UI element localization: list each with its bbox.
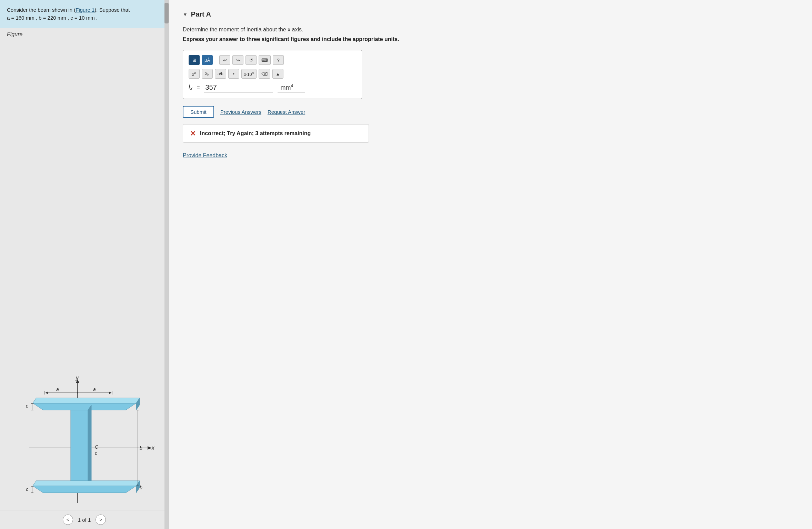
- help-icon: ?: [277, 58, 279, 63]
- submit-button[interactable]: Submit: [183, 106, 214, 118]
- undo-btn[interactable]: ↩: [219, 55, 230, 65]
- svg-text:a: a: [93, 387, 96, 392]
- math-input-row: Ix = mm4: [189, 83, 356, 92]
- mu-btn[interactable]: μÅ: [202, 55, 213, 65]
- error-box: ✕ Incorrect; Try Again; 3 attempts remai…: [183, 124, 369, 143]
- svg-text:x: x: [151, 445, 155, 451]
- sci-notation-icon: x·10n: [244, 71, 254, 77]
- prev-button[interactable]: <: [63, 515, 73, 525]
- right-panel: ▼ Part A Determine the moment of inertia…: [169, 0, 812, 529]
- next-button[interactable]: >: [96, 515, 106, 525]
- math-value-input[interactable]: [204, 83, 273, 92]
- more-icon: ▲: [276, 71, 280, 77]
- variables-text: a = 160 mm , b = 220 mm , c = 10 mm .: [7, 15, 98, 21]
- nav-bar: < 1 of 1 >: [0, 510, 169, 529]
- question-line2: Express your answer to three significant…: [183, 36, 798, 42]
- svg-text:c: c: [26, 487, 28, 492]
- keyboard-btn[interactable]: ⌨: [259, 55, 271, 65]
- svg-marker-10: [88, 405, 91, 486]
- math-equals: =: [197, 84, 200, 91]
- unit-exponent: 4: [291, 83, 293, 88]
- problem-statement: Consider the beam shown in (Figure 1). S…: [0, 0, 169, 28]
- provide-feedback-button[interactable]: Provide Feedback: [183, 152, 227, 159]
- svg-marker-9: [71, 410, 88, 486]
- svg-text:c: c: [95, 450, 97, 456]
- figure-label: Figure: [7, 31, 22, 38]
- help-btn[interactable]: ?: [273, 55, 284, 65]
- superscript-btn[interactable]: xa: [189, 69, 200, 79]
- subscript-icon: xb: [205, 71, 210, 77]
- part-title: Part A: [191, 10, 211, 18]
- problem-text-suffix: ). Suppose that: [94, 7, 130, 13]
- svg-text:a: a: [56, 387, 59, 392]
- svg-text:b: b: [140, 445, 142, 451]
- math-unit: mm4: [278, 83, 305, 92]
- dot-icon: •: [233, 71, 234, 77]
- keyboard-icon: ⌨: [261, 58, 268, 63]
- scroll-bar[interactable]: [164, 0, 169, 529]
- mu-icon: μÅ: [204, 58, 210, 63]
- figure-svg-container: y x: [0, 372, 169, 510]
- undo-icon: ↩: [223, 58, 227, 63]
- problem-text-prefix: Consider the beam shown in (: [7, 7, 76, 13]
- toolbar-sep1: [216, 56, 216, 64]
- svg-marker-6: [33, 403, 136, 410]
- superscript-icon: xa: [192, 71, 197, 77]
- svg-marker-7: [33, 398, 140, 403]
- error-message: Incorrect; Try Again; 3 attempts remaini…: [200, 130, 311, 137]
- sci-notation-btn[interactable]: x·10n: [241, 69, 257, 79]
- scroll-thumb[interactable]: [164, 3, 169, 23]
- page-indicator: 1 of 1: [78, 517, 91, 523]
- math-subscript: x: [190, 86, 192, 91]
- subscript-btn[interactable]: xb: [202, 69, 213, 79]
- math-label: Ix: [189, 84, 192, 91]
- svg-marker-5: [148, 446, 152, 450]
- question-line1: Determine the moment of inertia about th…: [183, 27, 798, 33]
- redo-icon: ↪: [236, 58, 240, 63]
- fraction-btn[interactable]: a/b: [215, 69, 226, 79]
- svg-marker-11: [33, 486, 136, 493]
- figure-area: Figure y x: [0, 28, 169, 510]
- refresh-btn[interactable]: ↺: [245, 55, 257, 65]
- part-header: ▼ Part A: [183, 10, 798, 18]
- svg-text:b: b: [140, 485, 142, 490]
- svg-text:C: C: [95, 444, 99, 450]
- refresh-icon: ↺: [249, 58, 253, 63]
- delete-btn[interactable]: ⌫: [259, 69, 270, 79]
- request-answer-button[interactable]: Request Answer: [268, 109, 305, 115]
- left-panel: Consider the beam shown in (Figure 1). S…: [0, 0, 169, 529]
- submit-row: Submit Previous Answers Request Answer: [183, 106, 798, 118]
- math-input-container: ⊞ μÅ ↩ ↪ ↺ ⌨ ? xa: [183, 50, 362, 99]
- previous-answers-button[interactable]: Previous Answers: [220, 109, 261, 115]
- math-toolbar: ⊞ μÅ ↩ ↪ ↺ ⌨ ?: [189, 55, 356, 65]
- ibeam-svg: y x: [12, 372, 157, 510]
- svg-text:c: c: [26, 403, 28, 409]
- error-icon: ✕: [190, 129, 196, 138]
- dot-btn[interactable]: •: [228, 69, 239, 79]
- math-toolbar-row2: xa xb a/b • x·10n ⌫ ▲: [189, 69, 356, 79]
- more-btn[interactable]: ▲: [272, 69, 283, 79]
- svg-marker-12: [33, 481, 140, 486]
- format-icon: ⊞: [192, 58, 196, 63]
- figure-link[interactable]: Figure 1: [76, 7, 94, 13]
- redo-btn[interactable]: ↪: [232, 55, 243, 65]
- fraction-icon: a/b: [218, 71, 223, 76]
- format-btn[interactable]: ⊞: [189, 55, 200, 65]
- collapse-triangle-icon[interactable]: ▼: [183, 12, 188, 17]
- delete-icon: ⌫: [261, 71, 268, 77]
